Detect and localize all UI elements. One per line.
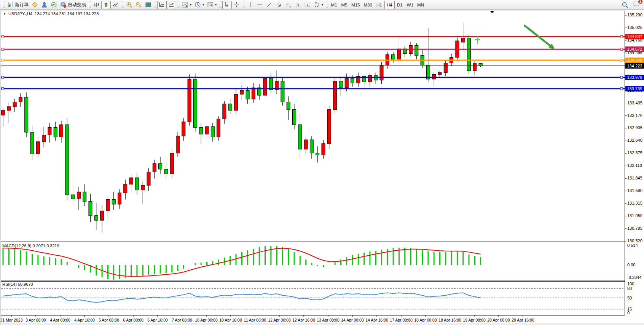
timeframe-m30-button[interactable]: M30 [362,1,374,9]
date-tick-label: 13 Apr 08:00 [317,318,340,322]
collapse-icon[interactable]: ▼ [3,12,6,16]
candle-body [164,169,168,174]
candle-body [444,63,447,73]
vertical-line-button[interactable] [245,1,255,9]
toolbar-grip[interactable] [219,2,222,8]
line-handle[interactable] [620,76,623,78]
chart-plot[interactable] [0,10,644,325]
level-price-tag: 134.572 [625,46,644,52]
toolbar-grip[interactable] [325,2,328,8]
candle-body [124,184,127,193]
line-handle[interactable] [620,35,623,38]
trendline-button[interactable] [265,1,274,9]
chart-bars-button[interactable] [92,1,101,9]
toolbar-grip[interactable] [177,2,180,8]
fibonacci-button[interactable]: F [284,1,293,9]
price-tick-label: 131.845 [627,176,644,180]
date-tick-label: 5 Apr 08:00 [99,318,119,322]
rsi-scale-label: 0 [627,311,644,315]
periods-button[interactable]: ▾ [193,1,206,9]
date-tick-label: 20 Apr 16:00 [512,318,534,322]
arrows-button[interactable]: ▾ [312,1,325,9]
chart-shift-marker[interactable] [490,11,494,13]
line-handle[interactable] [2,35,4,38]
candle-body [392,54,395,59]
annotation-arrow[interactable] [524,25,550,46]
candle-body [170,153,174,174]
timeframe-m1-button[interactable]: M1 [329,1,339,9]
macd-scale-label: 0.00 [627,263,644,267]
svg-text:A: A [296,2,300,8]
horizontal-line-button[interactable] [255,1,265,9]
chart-line-button[interactable] [111,1,120,9]
date-tick-label: 10 Apr 00:00 [195,318,218,322]
channel-button[interactable]: E [274,1,284,9]
timeframe-h1-button[interactable]: H1 [374,1,384,9]
tile-windows-button[interactable] [143,1,153,9]
candle-body [304,140,308,149]
candle-body [42,135,46,141]
autoscroll-button[interactable] [157,1,167,9]
timeframe-m15-button[interactable]: M15 [349,1,362,9]
vertical-line-icon [247,2,253,8]
templates-button[interactable]: ▾ [206,1,218,9]
toolbar-grip[interactable] [121,2,124,8]
timeframe-h4-button[interactable]: H4 [384,1,395,9]
line-handle[interactable] [2,88,4,90]
candle-body [281,81,284,102]
new-order-button[interactable]: 新订单 [6,1,30,9]
candle-body [479,63,482,66]
chart-candles-button[interactable] [101,1,111,9]
toolbar-grip[interactable] [2,2,5,8]
toolbar-grip[interactable] [88,2,91,8]
candle-body [129,178,133,184]
signal-button[interactable] [49,1,59,9]
zoom-in-button[interactable] [124,1,134,9]
macd-indicator-label: MACD(12,26,9) 0.2071 0.3219 [2,243,59,248]
notifications-button[interactable]: 1 [633,1,640,9]
chevron-down-icon: ▾ [322,3,323,6]
candle-body [199,128,203,134]
text-button[interactable]: A [293,1,303,9]
macd-scale-label: 0.514 [627,243,644,248]
candle-body [293,109,296,125]
candle-body [135,178,139,190]
crosshair-button[interactable] [232,1,241,9]
equidistant-channel-icon: E [276,2,282,8]
line-handle[interactable] [2,76,4,78]
toolbar-grip[interactable] [154,2,156,8]
timeframe-w1-button[interactable]: W1 [405,1,415,9]
search-button[interactable] [620,1,630,9]
new-order-icon [7,2,14,8]
line-handle[interactable] [620,59,623,61]
candle-body [112,200,115,204]
candle-body [13,102,16,106]
indicators-button[interactable]: ▾ [180,1,193,9]
timeframe-mn-button[interactable]: MN [415,1,426,9]
date-tick-label: 3 Apr 08:00 [26,318,46,322]
rsi-indicator-label: RSI(14) 50.9670 [2,282,33,287]
profile-button[interactable] [40,1,49,9]
date-tick-label: 12 Apr 16:00 [292,318,315,322]
timeframe-m5-button[interactable]: M5 [339,1,349,9]
text-label-button[interactable]: T [303,1,312,9]
candle-body [240,91,244,94]
line-handle[interactable] [620,48,623,50]
line-handle[interactable] [2,48,4,50]
line-handle[interactable] [620,88,623,90]
zoom-out-button[interactable] [134,1,143,9]
cursor-button[interactable] [222,1,232,9]
candle-body [310,140,313,153]
toolbar-grip[interactable] [242,2,245,8]
timeframe-d1-button[interactable]: D1 [395,1,405,9]
candle-body [54,128,57,137]
autotrade-button[interactable]: 自动交易 [59,1,88,9]
template-icon [207,2,214,8]
line-handle[interactable] [2,59,4,61]
level-price-tag: 133.739 [625,86,644,91]
candle-body [351,78,354,83]
candle-body [30,132,34,154]
chart-title: ▼ USDJPY-,H4 134.274 134.281 134.197 134… [3,11,99,16]
chart-shift-button[interactable] [167,1,176,9]
chart-window-button[interactable] [30,1,40,9]
